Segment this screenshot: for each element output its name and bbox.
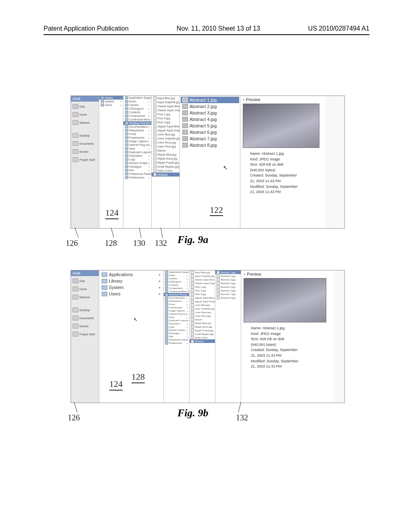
col-row[interactable]: Fonts▸ bbox=[123, 132, 151, 136]
col-row[interactable]: Flow 3.jpg bbox=[190, 292, 215, 296]
col-row[interactable]: Logs▸ bbox=[123, 158, 151, 161]
col-row[interactable]: Desktop Pictures▸ bbox=[123, 121, 151, 125]
col-row[interactable]: Classic Aqua Graphite.jpg bbox=[152, 108, 179, 112]
col-row[interactable]: Abstract 6.jpg bbox=[215, 289, 241, 292]
col-row[interactable]: Preferences▸ bbox=[164, 341, 189, 345]
col-row[interactable]: System▸ bbox=[99, 284, 163, 291]
file-item[interactable]: Abstract 3.jpg bbox=[181, 110, 239, 116]
file-item[interactable]: Abstract 8.jpg bbox=[181, 142, 239, 148]
file-item[interactable]: Abstract 7.jpg bbox=[181, 135, 239, 142]
col-row[interactable]: Preference Panes▸ bbox=[164, 338, 189, 341]
col-row[interactable]: Java▸ bbox=[164, 316, 189, 319]
sidebar-item-network[interactable]: Network bbox=[72, 293, 98, 301]
sidebar-item-project[interactable]: Project Stuff bbox=[72, 330, 98, 338]
col-row[interactable]: Abstract 2.jpg bbox=[215, 274, 241, 278]
col-row[interactable]: Aqua Blue.jpg bbox=[152, 96, 179, 100]
col-row[interactable]: Logs▸ bbox=[164, 325, 189, 328]
col-row[interactable]: Abstract 8.jpg bbox=[215, 296, 241, 299]
col-row[interactable]: Abstract bbox=[190, 339, 215, 343]
col-row[interactable]: Documentation▸ bbox=[123, 125, 151, 129]
col-row[interactable]: Documentation▸ bbox=[164, 296, 189, 299]
sidebar-item-network[interactable]: Network bbox=[72, 118, 98, 127]
col-row[interactable]: Aqua Blue.jpg bbox=[190, 270, 215, 274]
col-row[interactable]: Ripple Blue.jpg bbox=[152, 152, 179, 156]
sidebar-item-documents[interactable]: Documents bbox=[72, 139, 98, 148]
col-row[interactable]: Flow 1.jpg bbox=[152, 112, 179, 116]
col-row[interactable]: Solid Colors bbox=[190, 336, 215, 339]
disclosure-triangle-icon[interactable]: ▾ bbox=[244, 272, 245, 276]
col-row[interactable]: Packages▸ bbox=[164, 332, 189, 335]
col-row[interactable]: Perl▸ bbox=[123, 168, 151, 172]
col-row[interactable]: Filesystems▸ bbox=[123, 129, 151, 132]
col-row[interactable]: System▸ bbox=[99, 100, 123, 103]
file-item[interactable]: Abstract 5.jpg bbox=[181, 123, 239, 129]
col-row[interactable]: Contexts▸ bbox=[164, 283, 189, 287]
col-row[interactable]: Abstract 5.jpg bbox=[215, 285, 241, 289]
col-row[interactable]: Internet Plug-Ins▸ bbox=[123, 143, 151, 147]
col-row[interactable]: Contextual Menu Items▸ bbox=[164, 290, 189, 293]
file-item[interactable]: Abstract 2.jpg bbox=[181, 103, 239, 110]
col-row[interactable]: Application Support▸ bbox=[123, 96, 151, 100]
col-row[interactable]: Abstract 4.jpg bbox=[215, 281, 241, 285]
sidebar-item-disk[interactable]: Disk bbox=[72, 277, 98, 285]
col-row[interactable]: Lines Plum.jpg bbox=[152, 144, 179, 148]
col-row[interactable]: Desktop Pictures▸ bbox=[164, 293, 189, 296]
col-row[interactable]: Modem Scripts▸ bbox=[164, 328, 189, 332]
col-row[interactable]: Small Ripples.jpg bbox=[152, 164, 179, 168]
col-row[interactable]: Frameworks▸ bbox=[164, 306, 189, 309]
col-row[interactable]: Classic Aqua Blue.jpg bbox=[190, 278, 215, 281]
col-row[interactable]: Ripple Moss.jpg bbox=[190, 325, 215, 328]
col-row[interactable]: Image Capture▸ bbox=[123, 139, 151, 143]
col-row[interactable]: Application Support▸ bbox=[164, 270, 189, 274]
col-row[interactable]: Lines Blue.jpg bbox=[152, 132, 179, 136]
col-row[interactable]: Nature bbox=[190, 318, 215, 321]
col-row[interactable]: Aqua Graphite.jpg bbox=[190, 274, 215, 278]
sidebar-item-home[interactable]: Home bbox=[72, 285, 98, 293]
col-row[interactable]: Keyboard Layouts▸ bbox=[123, 150, 151, 154]
col-row[interactable]: Lines Graphite.jpg bbox=[190, 307, 215, 310]
col-row[interactable]: Java▸ bbox=[123, 147, 151, 150]
sidebar-item-desktop[interactable]: Desktop bbox=[72, 306, 98, 314]
col-row[interactable]: Small Ripples.jpg bbox=[190, 332, 215, 336]
col-row[interactable]: Keychains▸ bbox=[123, 154, 151, 158]
col-row[interactable]: Jaguar Aqua Blue.jpg bbox=[190, 296, 215, 299]
file-item[interactable]: Abstract 1.jpg bbox=[181, 97, 239, 103]
col-row[interactable]: Modem Scripts▸ bbox=[123, 161, 151, 165]
col-row[interactable]: Jaguar Aqua Blue.jpg bbox=[152, 124, 179, 128]
col-row[interactable]: Ripple Purple.jpg bbox=[152, 160, 179, 164]
col-row[interactable]: Lines Moss.jpg bbox=[152, 140, 179, 144]
col-row[interactable]: Packages▸ bbox=[123, 165, 151, 168]
col-row[interactable]: Ripple Moss.jpg bbox=[152, 156, 179, 160]
col-row[interactable]: Contexts▸ bbox=[123, 110, 151, 114]
col-row[interactable]: Jaguar Aqua Graphite.jpg bbox=[190, 299, 215, 303]
col-row[interactable]: Preference Panes▸ bbox=[123, 172, 151, 176]
col-row[interactable]: Keyboard Layouts▸ bbox=[164, 319, 189, 322]
sidebar-item-project[interactable]: Project Stuff bbox=[72, 156, 98, 164]
col-row[interactable]: Audio▸ bbox=[164, 274, 189, 277]
file-item[interactable]: Abstract 4.jpg bbox=[181, 116, 239, 123]
col-row[interactable]: Keychains▸ bbox=[164, 322, 189, 325]
col-row[interactable]: Caches▸ bbox=[164, 277, 189, 280]
col-row[interactable]: Lines Moss.jpg bbox=[190, 310, 215, 314]
col-row[interactable]: Classic Aqua Graphite.jpg bbox=[190, 281, 215, 285]
col-row[interactable]: Frameworks▸ bbox=[123, 136, 151, 139]
col-row[interactable]: Caches▸ bbox=[123, 103, 151, 107]
col-row[interactable]: Users▸ bbox=[99, 291, 163, 297]
col-row[interactable]: Aqua Graphite.jpg bbox=[152, 100, 179, 104]
col-row[interactable]: Users▸ bbox=[99, 103, 123, 107]
col-row[interactable]: Classic Aqua Blue.jpg bbox=[152, 104, 179, 108]
sidebar-item-disk[interactable]: Disk bbox=[72, 102, 98, 110]
col-row[interactable]: Library▸ bbox=[99, 278, 163, 284]
col-row[interactable]: Lines Plum.jpg bbox=[190, 314, 215, 318]
col-row[interactable]: Flow 2.jpg bbox=[152, 116, 179, 120]
col-row[interactable]: Fonts▸ bbox=[164, 303, 189, 306]
col-row[interactable]: Preferences▸ bbox=[123, 176, 151, 179]
col-row[interactable]: Nature bbox=[152, 148, 179, 152]
col-row[interactable]: Perl▸ bbox=[164, 335, 189, 338]
col-row[interactable]: Lines Graphite.jpg bbox=[152, 136, 179, 140]
col-row[interactable]: Abstract 7.jpg bbox=[215, 292, 241, 296]
sidebar-item-documents[interactable]: Documents bbox=[72, 314, 98, 322]
col-row[interactable]: Ripple Purple.jpg bbox=[190, 328, 215, 332]
col-row[interactable]: Audio▸ bbox=[123, 100, 151, 103]
col-row[interactable]: Filesystems▸ bbox=[164, 299, 189, 303]
